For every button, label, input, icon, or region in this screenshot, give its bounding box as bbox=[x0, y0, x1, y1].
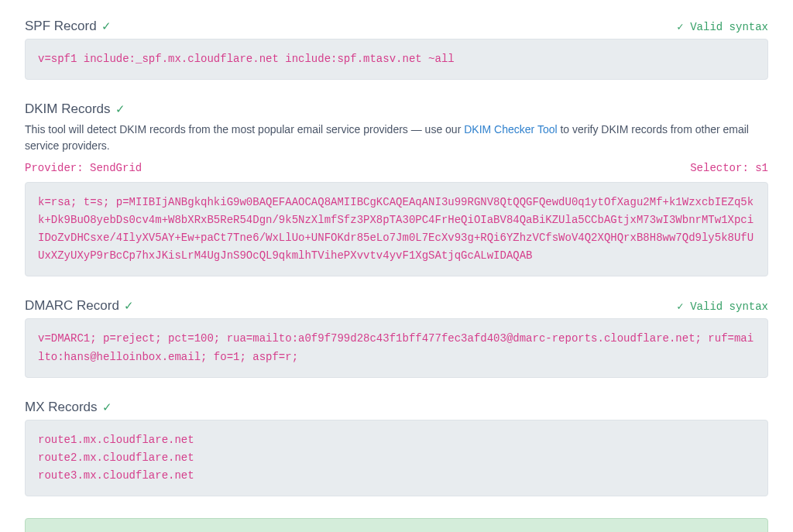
check-icon: ✓ bbox=[101, 19, 112, 33]
dkim-code: k=rsa; t=s; p=MIIBIjANBgkqhkiG9w0BAQEFAA… bbox=[25, 182, 768, 276]
mx-section: MX Records ✓ route1.mx.cloudflare.net ro… bbox=[25, 400, 768, 496]
check-icon: ✓ bbox=[115, 102, 125, 116]
dkim-selector: Selector: s1 bbox=[690, 162, 768, 174]
check-icon: ✓ bbox=[124, 299, 134, 313]
dmarc-title-row: DMARC Record ✓ bbox=[25, 298, 134, 314]
check-icon: ✓ bbox=[102, 400, 112, 414]
dkim-header: DKIM Records ✓ bbox=[25, 101, 768, 117]
spf-header: SPF Record ✓ ✓ Valid syntax bbox=[25, 19, 768, 34]
spf-title: SPF Record bbox=[25, 19, 97, 34]
mx-title-row: MX Records ✓ bbox=[25, 400, 112, 415]
dmarc-code: v=DMARC1; p=reject; pct=100; rua=mailto:… bbox=[25, 318, 768, 377]
mx-title: MX Records bbox=[25, 400, 98, 415]
dkim-title: DKIM Records bbox=[25, 101, 111, 117]
spf-section: SPF Record ✓ ✓ Valid syntax v=spf1 inclu… bbox=[25, 19, 768, 80]
dmarc-valid-badge: ✓ Valid syntax bbox=[677, 300, 768, 313]
dkim-subtext-pre: This tool will detect DKIM records from … bbox=[25, 123, 464, 136]
dkim-title-row: DKIM Records ✓ bbox=[25, 101, 125, 117]
dmarc-title: DMARC Record bbox=[25, 298, 119, 314]
dkim-subtext: This tool will detect DKIM records from … bbox=[25, 122, 768, 154]
mx-code: route1.mx.cloudflare.net route2.mx.cloud… bbox=[25, 420, 768, 496]
spf-valid-badge: ✓ Valid syntax bbox=[677, 20, 768, 33]
dkim-provider: Provider: SendGrid bbox=[25, 162, 142, 174]
dkim-section: DKIM Records ✓ This tool will detect DKI… bbox=[25, 101, 768, 276]
dmarc-section: DMARC Record ✓ ✓ Valid syntax v=DMARC1; … bbox=[25, 298, 768, 377]
dmarc-header: DMARC Record ✓ ✓ Valid syntax bbox=[25, 298, 768, 314]
dkim-meta-row: Provider: SendGrid Selector: s1 bbox=[25, 162, 768, 174]
mx-header: MX Records ✓ bbox=[25, 400, 768, 415]
spf-title-row: SPF Record ✓ bbox=[25, 19, 112, 34]
spf-code: v=spf1 include:_spf.mx.cloudflare.net in… bbox=[25, 39, 768, 80]
success-message: Your domain is authenticated — complete … bbox=[25, 518, 768, 532]
dkim-checker-link[interactable]: DKIM Checker Tool bbox=[464, 123, 557, 136]
